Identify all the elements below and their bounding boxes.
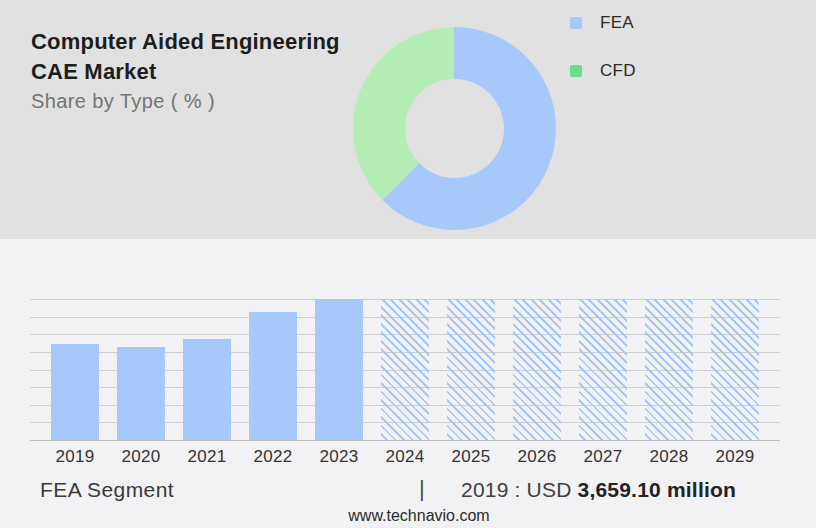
bar-2022: [249, 312, 297, 441]
x-tick-2029: 2029: [702, 447, 768, 467]
separator-bar: |: [419, 476, 425, 502]
donut-legend: FEACFD: [570, 14, 636, 110]
infographic: Computer Aided Engineering CAE Market Sh…: [0, 0, 816, 528]
forecast-bar-2026: [513, 299, 561, 441]
x-tick-2022: 2022: [240, 447, 306, 467]
value-annotation: 2019 : USD3,659.10 million: [461, 478, 736, 502]
x-tick-2026: 2026: [504, 447, 570, 467]
x-tick-2028: 2028: [636, 447, 702, 467]
bar-2020: [117, 347, 165, 441]
website-url: www.technavio.com: [22, 507, 816, 525]
legend-item-cfd: CFD: [570, 62, 636, 80]
page-title-line1: Computer Aided Engineering: [31, 29, 340, 55]
legend-item-fea: FEA: [570, 14, 636, 32]
forecast-bar-2027: [579, 299, 627, 441]
forecast-bar-2028: [645, 299, 693, 441]
donut-hole: [405, 79, 504, 178]
x-axis-line: [30, 440, 780, 441]
x-tick-2019: 2019: [42, 447, 108, 467]
bar-2023: [315, 299, 363, 441]
legend-label-fea: FEA: [600, 13, 634, 33]
forecast-bar-2025: [447, 299, 495, 441]
page-subtitle: Share by Type ( % ): [31, 90, 215, 113]
x-tick-2025: 2025: [438, 447, 504, 467]
page-title-line2: CAE Market: [31, 59, 156, 85]
segment-label: FEA Segment: [40, 478, 174, 502]
forecast-bar-2024: [381, 299, 429, 441]
bar-2021: [183, 339, 231, 441]
x-tick-2020: 2020: [108, 447, 174, 467]
forecast-bar-2029: [711, 299, 759, 441]
legend-swatch-fea: [570, 17, 582, 29]
bar-chart: 2019202020212022202320242025202620272028…: [30, 299, 780, 441]
x-tick-2021: 2021: [174, 447, 240, 467]
x-tick-2023: 2023: [306, 447, 372, 467]
x-tick-2027: 2027: [570, 447, 636, 467]
value-prefix: 2019 : USD: [461, 478, 572, 501]
bar-2019: [51, 344, 99, 441]
value-bold: 3,659.10 million: [578, 478, 736, 501]
donut-chart: [353, 27, 556, 230]
header-panel: Computer Aided Engineering CAE Market Sh…: [0, 0, 816, 239]
x-tick-2024: 2024: [372, 447, 438, 467]
legend-swatch-cfd: [570, 65, 582, 77]
legend-label-cfd: CFD: [600, 61, 636, 81]
